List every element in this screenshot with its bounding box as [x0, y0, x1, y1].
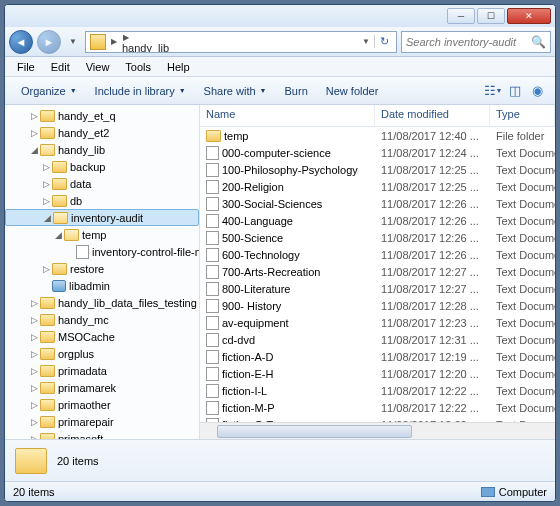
search-input[interactable]: [406, 36, 531, 48]
horizontal-scrollbar[interactable]: [200, 422, 555, 439]
chevron-right-icon[interactable]: ▶: [120, 33, 132, 42]
address-bar[interactable]: ▶ Computer▶OS (C:)▶handy_lib▶inventory-a…: [85, 31, 397, 53]
include-library-button[interactable]: Include in library▼: [87, 81, 194, 101]
search-box[interactable]: 🔍: [401, 31, 551, 53]
expander-icon[interactable]: ▷: [29, 298, 40, 308]
file-date: 11/08/2017 12:23 ...: [375, 317, 490, 329]
expander-icon[interactable]: ▷: [41, 162, 52, 172]
list-row[interactable]: fiction-M-P11/08/2017 12:22 ...Text Docu…: [200, 399, 555, 416]
tree-item-inventory-audit[interactable]: ◢inventory-audit: [5, 209, 199, 226]
tree-item-handy-mc[interactable]: ▷handy_mc: [5, 311, 199, 328]
tree-item-primasoft[interactable]: ▷primasoft: [5, 430, 199, 439]
minimize-button[interactable]: ─: [447, 8, 475, 24]
folder-tree[interactable]: ▷handy_et_q▷handy_et2◢handy_lib▷backup▷d…: [5, 105, 200, 439]
tree-item-label: restore: [70, 263, 104, 275]
column-date[interactable]: Date modified: [375, 105, 490, 126]
expander-icon[interactable]: ▷: [41, 179, 52, 189]
tree-item-handy-lib[interactable]: ◢handy_lib: [5, 141, 199, 158]
status-location: Computer: [499, 486, 547, 498]
file-date: 11/08/2017 12:22 ...: [375, 402, 490, 414]
organize-button[interactable]: Organize▼: [13, 81, 85, 101]
breadcrumb-handy-lib[interactable]: handy_lib: [120, 42, 196, 53]
list-row[interactable]: temp11/08/2017 12:40 ...File folder: [200, 127, 555, 144]
list-row[interactable]: 600-Technology11/08/2017 12:26 ...Text D…: [200, 246, 555, 263]
list-row[interactable]: av-equipment11/08/2017 12:23 ...Text Doc…: [200, 314, 555, 331]
expander-icon[interactable]: ▷: [41, 264, 52, 274]
tree-item-msocache[interactable]: ▷MSOCache: [5, 328, 199, 345]
list-row[interactable]: 500-Science11/08/2017 12:26 ...Text Docu…: [200, 229, 555, 246]
explorer-window: ─ ☐ ✕ ◄ ► ▼ ▶ Computer▶OS (C:)▶handy_lib…: [4, 4, 556, 502]
expander-icon[interactable]: ▷: [29, 315, 40, 325]
tree-item-label: inventory-control-file-nam: [92, 246, 200, 258]
list-row[interactable]: cd-dvd11/08/2017 12:31 ...Text Docume: [200, 331, 555, 348]
menu-edit[interactable]: Edit: [43, 59, 78, 75]
tree-item-restore[interactable]: ▷restore: [5, 260, 199, 277]
folder-icon: [15, 448, 47, 474]
list-row[interactable]: fiction-I-L11/08/2017 12:22 ...Text Docu…: [200, 382, 555, 399]
expander-icon[interactable]: ▷: [29, 349, 40, 359]
list-row[interactable]: 100-Philosophy-Psychology11/08/2017 12:2…: [200, 161, 555, 178]
file-name: fiction-M-P: [222, 402, 275, 414]
menu-view[interactable]: View: [78, 59, 118, 75]
list-row[interactable]: 300-Social-Sciences11/08/2017 12:26 ...T…: [200, 195, 555, 212]
forward-button[interactable]: ►: [37, 30, 61, 54]
tree-item-temp[interactable]: ◢temp: [5, 226, 199, 243]
expander-icon[interactable]: ▷: [29, 366, 40, 376]
help-button[interactable]: ◉: [527, 81, 547, 101]
tree-item-handy-et2[interactable]: ▷handy_et2: [5, 124, 199, 141]
tree-item-primarepair[interactable]: ▷primarepair: [5, 413, 199, 430]
menu-help[interactable]: Help: [159, 59, 198, 75]
tree-item-libadmin[interactable]: libadmin: [5, 277, 199, 294]
tree-item-backup[interactable]: ▷backup: [5, 158, 199, 175]
maximize-button[interactable]: ☐: [477, 8, 505, 24]
expander-icon[interactable]: ▷: [41, 196, 52, 206]
list-row[interactable]: 900- History11/08/2017 12:28 ...Text Doc…: [200, 297, 555, 314]
search-icon[interactable]: 🔍: [531, 35, 546, 49]
expander-icon[interactable]: ▷: [29, 417, 40, 427]
expander-icon[interactable]: ▷: [29, 128, 40, 138]
expander-icon[interactable]: ◢: [29, 145, 40, 155]
history-dropdown[interactable]: ▼: [65, 37, 81, 46]
tree-item-orgplus[interactable]: ▷orgplus: [5, 345, 199, 362]
view-options-button[interactable]: ☷ ▼: [483, 81, 503, 101]
address-dropdown[interactable]: ▼: [358, 37, 374, 46]
tree-item-primaother[interactable]: ▷primaother: [5, 396, 199, 413]
list-body[interactable]: temp11/08/2017 12:40 ...File folder000-c…: [200, 127, 555, 422]
list-row[interactable]: fiction-A-D11/08/2017 12:19 ...Text Docu…: [200, 348, 555, 365]
tree-item-inventory-control-file-nam[interactable]: inventory-control-file-nam: [5, 243, 199, 260]
list-row[interactable]: 700-Arts-Recreation11/08/2017 12:27 ...T…: [200, 263, 555, 280]
content-area: ▷handy_et_q▷handy_et2◢handy_lib▷backup▷d…: [5, 105, 555, 439]
expander-icon[interactable]: ▷: [29, 111, 40, 121]
tree-item-db[interactable]: ▷db: [5, 192, 199, 209]
menu-tools[interactable]: Tools: [117, 59, 159, 75]
tree-item-primadata[interactable]: ▷primadata: [5, 362, 199, 379]
tree-item-primamarek[interactable]: ▷primamarek: [5, 379, 199, 396]
new-folder-button[interactable]: New folder: [318, 81, 387, 101]
expander-icon[interactable]: ◢: [42, 213, 53, 223]
refresh-button[interactable]: ↻: [374, 35, 394, 48]
column-name[interactable]: Name: [200, 105, 375, 126]
menu-file[interactable]: File: [9, 59, 43, 75]
tree-item-data[interactable]: ▷data: [5, 175, 199, 192]
back-button[interactable]: ◄: [9, 30, 33, 54]
scrollbar-thumb[interactable]: [217, 425, 412, 438]
burn-button[interactable]: Burn: [277, 81, 316, 101]
text-file-icon: [206, 197, 219, 211]
preview-pane-button[interactable]: ◫: [505, 81, 525, 101]
expander-icon[interactable]: ▷: [29, 383, 40, 393]
tree-item-handy-et-q[interactable]: ▷handy_et_q: [5, 107, 199, 124]
chevron-right-icon[interactable]: ▶: [108, 37, 120, 46]
close-button[interactable]: ✕: [507, 8, 551, 24]
expander-icon[interactable]: ▷: [29, 400, 40, 410]
tree-item-label: handy_mc: [58, 314, 109, 326]
list-row[interactable]: 800-Literature11/08/2017 12:27 ...Text D…: [200, 280, 555, 297]
share-with-button[interactable]: Share with▼: [196, 81, 275, 101]
expander-icon[interactable]: ◢: [53, 230, 64, 240]
tree-item-handy-lib-data-files-testing[interactable]: ▷handy_lib_data_files_testing: [5, 294, 199, 311]
list-row[interactable]: 200-Religion11/08/2017 12:25 ...Text Doc…: [200, 178, 555, 195]
expander-icon[interactable]: ▷: [29, 332, 40, 342]
list-row[interactable]: fiction-E-H11/08/2017 12:20 ...Text Docu…: [200, 365, 555, 382]
list-row[interactable]: 400-Language11/08/2017 12:26 ...Text Doc…: [200, 212, 555, 229]
column-type[interactable]: Type: [490, 105, 555, 126]
list-row[interactable]: 000-computer-science11/08/2017 12:24 ...…: [200, 144, 555, 161]
